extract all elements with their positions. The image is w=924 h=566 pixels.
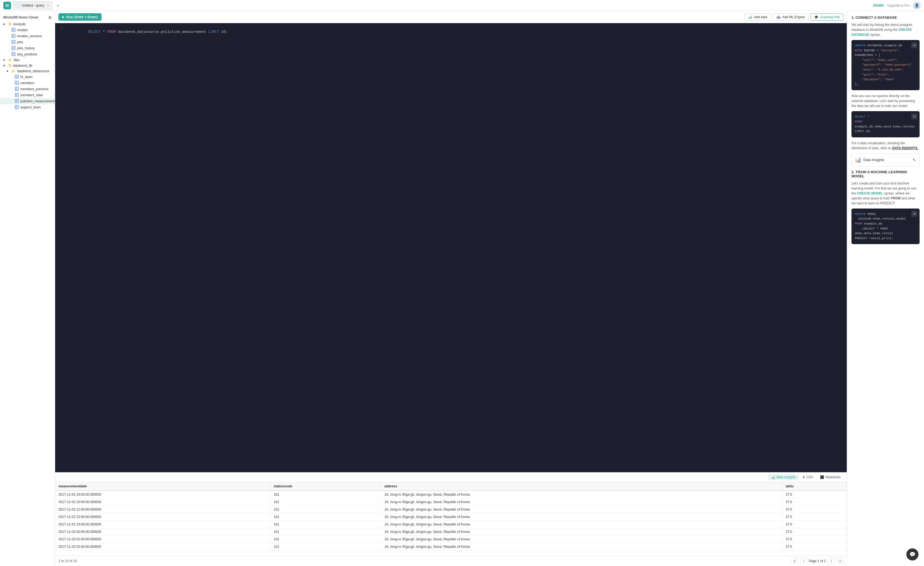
col-header-measurementdate[interactable]: measurementdate	[55, 482, 270, 491]
sidebar-item-support_team[interactable]: support_team	[0, 104, 55, 110]
svg-rect-32	[15, 93, 18, 96]
add-data-button[interactable]: 📊 Add data	[744, 14, 771, 21]
sidebar-item-label: hr_team	[20, 75, 33, 79]
table-header-row: measurementdate stationcode address lati…	[55, 482, 847, 491]
sidebar-item-models[interactable]: models	[0, 27, 55, 33]
table-cell: 101	[270, 543, 381, 551]
table-cell: 37.5	[782, 528, 846, 536]
table-row[interactable]: 2017-11-02 19:00:00.00000010119, Jong-ro…	[55, 491, 847, 498]
data-insights-icon: 📊	[771, 475, 775, 479]
pagination-first-button[interactable]: ⟨⟨	[791, 558, 798, 564]
pagination-next-button[interactable]: ⟩	[828, 558, 835, 564]
user-avatar[interactable]: 👤	[913, 2, 921, 9]
pagination-range: 1 to 10 of 10	[58, 559, 77, 563]
current-tab[interactable]: 📄 Untitled - query ✕	[13, 1, 52, 10]
sidebar-item-label: support_team	[20, 105, 40, 109]
table-row[interactable]: 2017-11-02 23:00:00.00000010119, Jong-ro…	[55, 521, 847, 528]
table-cell: 37.5	[782, 513, 846, 521]
csv-button[interactable]: ⬇ CSV	[800, 474, 816, 480]
editor-panel: ▶ Run (Shift + Enter) 📊 Add data 🤖 Add M…	[55, 11, 847, 566]
svg-rect-20	[15, 75, 18, 78]
sidebar-item-label: members_previous	[20, 87, 48, 91]
caret-icon: ▾	[7, 69, 10, 73]
table-cell: 2017-11-03 01:00:00.000000	[55, 536, 270, 543]
caret-icon: ▾	[3, 64, 7, 68]
copy-code3-button[interactable]: ⧉	[911, 211, 917, 217]
sidebar-item-databend_db[interactable]: ▾🗄databend_db	[0, 63, 55, 68]
col-header-latitude[interactable]: latitu	[782, 482, 846, 491]
section1-paragraph3: For a data visualization, showing the di…	[852, 141, 920, 151]
markdown-button[interactable]: ⬛ Markdown	[817, 474, 843, 480]
code2-content: SELECT * FROM example_db.demo_data.home_…	[855, 114, 916, 134]
data-insights-label: Data Insights	[776, 475, 796, 479]
code-editor[interactable]: 1 SELECT * FROM databend_datasource.poll…	[55, 23, 847, 472]
sidebar-toggle-button[interactable]: ◧	[48, 15, 52, 19]
run-button[interactable]: ▶ Run (Shift + Enter)	[58, 13, 102, 21]
table-cell: 2017-11-02 20:00:00.000000	[55, 498, 270, 506]
col-header-stationcode[interactable]: stationcode	[270, 482, 381, 491]
sidebar-item-label: databend_datasource	[17, 69, 49, 73]
app-logo[interactable]: M	[3, 2, 11, 9]
table-row[interactable]: 2017-11-02 22:00:00.00000010119, Jong-ro…	[55, 513, 847, 521]
sidebar-item-members_previous[interactable]: members_previous	[0, 86, 55, 92]
table-cell: 101	[270, 506, 381, 513]
svg-rect-24	[15, 81, 18, 84]
cursor-indicator: ↖	[912, 157, 916, 162]
caret-icon: ▾	[3, 23, 7, 26]
copy-code2-button[interactable]: ⧉	[911, 113, 917, 119]
db-icon: 🗄	[8, 64, 11, 67]
table-cell: 101	[270, 513, 381, 521]
chat-button[interactable]: 💬	[906, 548, 918, 560]
learning-hub-button[interactable]: 🎓 Learning Hub	[811, 14, 843, 21]
copy-code1-button[interactable]: ⧉	[911, 42, 917, 48]
sidebar-item-jobs_history[interactable]: jobs_history	[0, 45, 55, 51]
pagination-last-button[interactable]: ⟩⟩	[837, 558, 843, 564]
folder-icon: 📁	[8, 59, 12, 62]
tab-file-icon: 📄	[16, 4, 20, 8]
data-insights-card[interactable]: 📊 Data Insights ↖	[852, 153, 920, 167]
add-ml-icon: 🤖	[776, 15, 781, 19]
sidebar-item-models_versions[interactable]: models_versions	[0, 33, 55, 39]
create-model-link[interactable]: CREATE MODEL	[857, 191, 883, 195]
code-block-1: ⧉ CREATE DATABASE example_db WITH ENGINE…	[852, 40, 920, 90]
data-insights-link[interactable]: DATA INSIGHTS.	[892, 146, 918, 150]
sidebar-item-members[interactable]: members	[0, 80, 55, 86]
svg-rect-12	[12, 47, 15, 50]
table-row[interactable]: 2017-11-02 21:00:00.00000010119, Jong-ro…	[55, 506, 847, 513]
db-icon: 🗄	[8, 23, 11, 26]
csv-label: CSV	[807, 475, 813, 479]
upgrade-button[interactable]: Upgrade to Pro	[887, 4, 910, 8]
tab-close-icon[interactable]: ✕	[47, 4, 50, 8]
sidebar-item-pollution_measurement[interactable]: pollution_measurement	[0, 98, 55, 104]
table-row[interactable]: 2017-11-03 00:00:00.00000010119, Jong-ro…	[55, 528, 847, 536]
table-cell: 101	[270, 491, 381, 498]
sidebar-item-airq_predictor[interactable]: airq_predictor	[0, 51, 55, 57]
col-header-address[interactable]: address	[381, 482, 782, 491]
svg-rect-40	[15, 105, 18, 109]
table-row[interactable]: 2017-11-03 02:00:00.00000010119, Jong-ro…	[55, 543, 847, 551]
sidebar-item-label: models	[17, 28, 28, 32]
table-row[interactable]: 2017-11-02 20:00:00.00000010119, Jong-ro…	[55, 498, 847, 506]
sidebar-item-members_view[interactable]: members_view	[0, 92, 55, 98]
table-cell: 2017-11-03 02:00:00.000000	[55, 543, 270, 551]
code1-content: CREATE DATABASE example_db WITH ENGINE =…	[855, 43, 916, 87]
code-content-1[interactable]: SELECT * FROM databend_datasource.pollut…	[66, 26, 847, 38]
add-ml-button[interactable]: 🤖 Add ML Engine	[773, 14, 808, 21]
topbar: M 📄 Untitled - query ✕ + DEMO Upgrade to…	[0, 0, 924, 11]
results-table-container[interactable]: measurementdate stationcode address lati…	[55, 482, 847, 556]
sidebar-item-files[interactable]: ▾📁files	[0, 57, 55, 63]
table-icon	[12, 52, 15, 57]
table-icon	[15, 81, 19, 85]
main-layout: MindsDB Demo Cloud ◧ ▾🗄mindsdbmodelsmode…	[0, 11, 924, 566]
pagination-prev-button[interactable]: ⟨	[800, 558, 807, 564]
results-tbody: 2017-11-02 19:00:00.00000010119, Jong-ro…	[55, 491, 847, 551]
new-tab-button[interactable]: +	[55, 2, 61, 9]
sidebar-item-databend_datasource[interactable]: ▾📁databend_datasource	[0, 68, 55, 74]
sidebar-item-hr_team[interactable]: hr_team	[0, 74, 55, 80]
data-insights-button[interactable]: 📊 Data Insights	[768, 474, 798, 480]
sidebar-item-label: members_view	[20, 93, 43, 97]
table-row[interactable]: 2017-11-03 01:00:00.00000010119, Jong-ro…	[55, 536, 847, 543]
sidebar-item-label: jobs_history	[17, 47, 35, 50]
sidebar-item-jobs[interactable]: jobs	[0, 39, 55, 45]
sidebar-item-mindsdb[interactable]: ▾🗄mindsdb	[0, 21, 55, 27]
